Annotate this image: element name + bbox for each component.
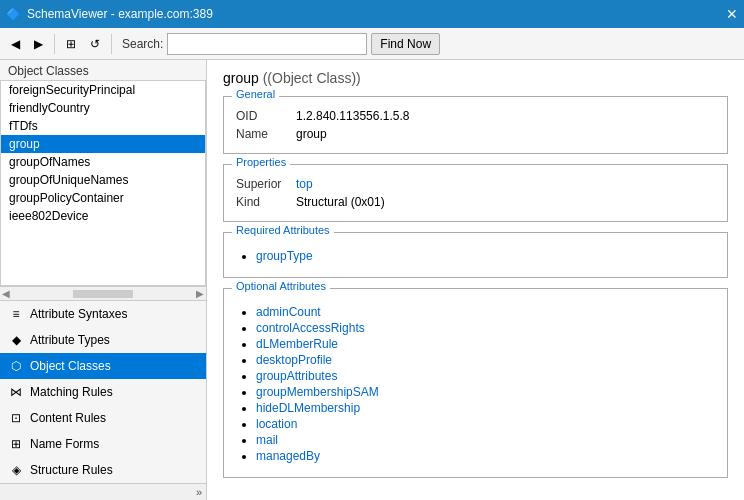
nav-item-label-structure-rules: Structure Rules xyxy=(30,463,113,477)
oid-label: OID xyxy=(236,109,296,123)
toolbar: ◀ ▶ ⊞ ↺ Search: Find Now xyxy=(0,28,744,60)
list-icon: ≡ xyxy=(8,306,24,322)
optional-attrs-content: adminCountcontrolAccessRightsdLMemberRul… xyxy=(224,289,727,477)
hscroll-thumb[interactable] xyxy=(73,290,133,298)
hscroll-right-arrow[interactable]: ▶ xyxy=(196,288,204,299)
kind-row: Kind Structural (0x01) xyxy=(236,195,715,209)
optional-attr-hideDLMembership: hideDLMembership xyxy=(256,401,715,415)
left-panel: Object Classes foreignSecurityPrincipalf… xyxy=(0,60,207,500)
form-icon: ⊞ xyxy=(8,436,24,452)
tree-item-grouppolicycontainer[interactable]: groupPolicyContainer xyxy=(1,189,205,207)
general-content: OID 1.2.840.113556.1.5.8 Name group xyxy=(224,97,727,153)
expand-icon[interactable]: » xyxy=(196,486,202,498)
hscroll-left-arrow[interactable]: ◀ xyxy=(2,288,10,299)
optional-attr-link-hideDLMembership[interactable]: hideDLMembership xyxy=(256,401,360,415)
main-layout: Object Classes foreignSecurityPrincipalf… xyxy=(0,60,744,500)
nav-item-label-matching-rules: Matching Rules xyxy=(30,385,113,399)
optional-attr-dLMemberRule: dLMemberRule xyxy=(256,337,715,351)
nav-expand-area: » xyxy=(0,483,206,500)
separator-2 xyxy=(111,34,112,54)
nav-item-attribute-syntaxes[interactable]: ≡Attribute Syntaxes xyxy=(0,301,206,327)
optional-attr-link-dLMemberRule[interactable]: dLMemberRule xyxy=(256,337,338,351)
search-input[interactable] xyxy=(167,33,367,55)
optional-attr-link-groupMembershipSAM[interactable]: groupMembershipSAM xyxy=(256,385,379,399)
forward-button[interactable]: ▶ xyxy=(29,34,48,54)
optional-attr-link-location[interactable]: location xyxy=(256,417,297,431)
kind-value: Structural (0x01) xyxy=(296,195,385,209)
tree-item-foreignsecurityprincipal[interactable]: foreignSecurityPrincipal xyxy=(1,81,205,99)
left-section-label: Object Classes xyxy=(0,60,206,80)
nav-item-label-object-classes: Object Classes xyxy=(30,359,111,373)
optional-attr-link-mail[interactable]: mail xyxy=(256,433,278,447)
tree-item-groupofuniquenames[interactable]: groupOfUniqueNames xyxy=(1,171,205,189)
nav-item-label-content-rules: Content Rules xyxy=(30,411,106,425)
required-attrs-content: groupType xyxy=(224,233,727,277)
tree-item-groupofnames[interactable]: groupOfNames xyxy=(1,153,205,171)
detail-object-name: group xyxy=(223,70,259,86)
nav-item-structure-rules[interactable]: ◈Structure Rules xyxy=(0,457,206,483)
superior-link[interactable]: top xyxy=(296,177,313,191)
forward-icon: ▶ xyxy=(34,37,43,51)
content-icon: ⊡ xyxy=(8,410,24,426)
optional-attr-link-desktopProfile[interactable]: desktopProfile xyxy=(256,353,332,367)
search-label: Search: xyxy=(122,37,163,51)
kind-label: Kind xyxy=(236,195,296,209)
right-content: group ((Object Class)) General OID 1.2.8… xyxy=(207,60,744,498)
optional-attr-link-managedBy[interactable]: managedBy xyxy=(256,449,320,463)
detail-object-type: ((Object Class)) xyxy=(263,70,361,86)
superior-label: Superior xyxy=(236,177,296,191)
close-button[interactable]: ✕ xyxy=(726,6,738,22)
nav-item-matching-rules[interactable]: ⋈Matching Rules xyxy=(0,379,206,405)
optional-attrs-list: adminCountcontrolAccessRightsdLMemberRul… xyxy=(256,301,715,469)
tree-hscroll[interactable]: ◀ ▶ xyxy=(0,286,206,300)
name-label: Name xyxy=(236,127,296,141)
refresh-button[interactable]: ↺ xyxy=(85,34,105,54)
tree-item-ieee802device[interactable]: ieee802Device xyxy=(1,207,205,225)
back-icon: ◀ xyxy=(11,37,20,51)
nav-item-object-classes[interactable]: ⬡Object Classes xyxy=(0,353,206,379)
detail-title: group ((Object Class)) xyxy=(223,70,728,86)
nav-item-attribute-types[interactable]: ◆Attribute Types xyxy=(0,327,206,353)
tree-item-ftdfs[interactable]: fTDfs xyxy=(1,117,205,135)
properties-legend: Properties xyxy=(232,156,290,168)
rule-icon: ⋈ xyxy=(8,384,24,400)
optional-attr-link-controlAccessRights[interactable]: controlAccessRights xyxy=(256,321,365,335)
general-legend: General xyxy=(232,88,279,100)
view-icon: ⊞ xyxy=(66,37,76,51)
class-icon: ⬡ xyxy=(8,358,24,374)
tree-item-group[interactable]: group xyxy=(1,135,205,153)
find-now-button[interactable]: Find Now xyxy=(371,33,440,55)
nav-item-label-attribute-types: Attribute Types xyxy=(30,333,110,347)
required-attrs-legend: Required Attributes xyxy=(232,224,334,236)
optional-attr-adminCount: adminCount xyxy=(256,305,715,319)
required-attrs-section: Required Attributes groupType xyxy=(223,232,728,278)
name-row: Name group xyxy=(236,127,715,141)
general-section: General OID 1.2.840.113556.1.5.8 Name gr… xyxy=(223,96,728,154)
properties-section: Properties Superior top Kind Structural … xyxy=(223,164,728,222)
optional-attr-managedBy: managedBy xyxy=(256,449,715,463)
properties-content: Superior top Kind Structural (0x01) xyxy=(224,165,727,221)
optional-attr-groupMembershipSAM: groupMembershipSAM xyxy=(256,385,715,399)
title-bar-title: SchemaViewer - example.com:389 xyxy=(27,7,213,21)
view-button[interactable]: ⊞ xyxy=(61,34,81,54)
optional-attr-link-adminCount[interactable]: adminCount xyxy=(256,305,321,319)
optional-attr-controlAccessRights: controlAccessRights xyxy=(256,321,715,335)
required-attr-groupType: groupType xyxy=(256,249,715,263)
nav-items: ≡Attribute Syntaxes◆Attribute Types⬡Obje… xyxy=(0,300,206,483)
oid-value: 1.2.840.113556.1.5.8 xyxy=(296,109,409,123)
nav-item-label-name-forms: Name Forms xyxy=(30,437,99,451)
tree-list: foreignSecurityPrincipalfriendlyCountryf… xyxy=(0,80,206,286)
right-panel: group ((Object Class)) General OID 1.2.8… xyxy=(207,60,744,500)
optional-attr-groupAttributes: groupAttributes xyxy=(256,369,715,383)
required-attrs-list: groupType xyxy=(256,245,715,269)
tree-item-friendlycountry[interactable]: friendlyCountry xyxy=(1,99,205,117)
required-attr-link-groupType[interactable]: groupType xyxy=(256,249,313,263)
optional-attr-link-groupAttributes[interactable]: groupAttributes xyxy=(256,369,337,383)
separator-1 xyxy=(54,34,55,54)
oid-row: OID 1.2.840.113556.1.5.8 xyxy=(236,109,715,123)
back-button[interactable]: ◀ xyxy=(6,34,25,54)
optional-attr-desktopProfile: desktopProfile xyxy=(256,353,715,367)
nav-item-content-rules[interactable]: ⊡Content Rules xyxy=(0,405,206,431)
optional-attr-location: location xyxy=(256,417,715,431)
nav-item-name-forms[interactable]: ⊞Name Forms xyxy=(0,431,206,457)
